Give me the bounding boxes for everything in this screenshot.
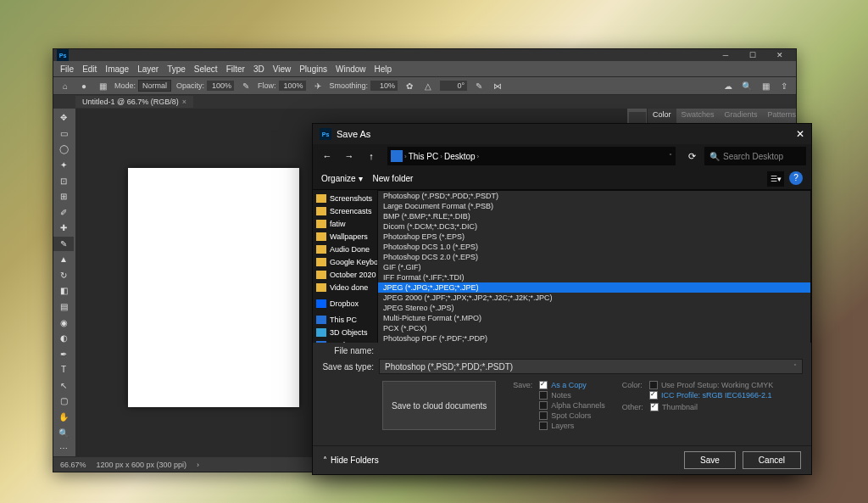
format-option[interactable]: Photoshop EPS (*.EPS)	[378, 232, 810, 242]
pen-tool[interactable]: ✒	[53, 346, 74, 361]
move-tool[interactable]: ✥	[53, 110, 74, 126]
edit-toolbar[interactable]: ⋯	[53, 441, 74, 456]
menu-plugins[interactable]: Plugins	[299, 64, 327, 74]
path-desktop[interactable]: Desktop	[444, 152, 476, 161]
menu-view[interactable]: View	[273, 64, 292, 74]
blur-tool[interactable]: ◉	[53, 315, 74, 330]
nav-back-button[interactable]: ←	[318, 147, 337, 165]
angle-icon[interactable]: △	[421, 79, 435, 92]
gradient-tool[interactable]: ▤	[53, 299, 74, 315]
path-dropdown-icon[interactable]: ˅	[669, 153, 672, 160]
sidebar-item[interactable]: Wallpapers	[313, 230, 377, 243]
brush-settings-icon[interactable]: ▦	[96, 79, 109, 92]
new-folder-button[interactable]: New folder	[373, 174, 414, 183]
path-this-pc[interactable]: This PC	[409, 152, 439, 161]
format-option[interactable]: Photoshop DCS 2.0 (*.EPS)	[378, 252, 810, 262]
statusbar-chevron-icon[interactable]: ›	[197, 461, 199, 469]
format-option[interactable]: Photoshop DCS 1.0 (*.EPS)	[378, 242, 810, 252]
view-mode-button[interactable]: ☰▾	[767, 171, 784, 187]
cloud-docs-icon[interactable]: ☁	[721, 79, 735, 92]
smoothing-options-icon[interactable]: ✿	[403, 79, 416, 92]
pressure-size-icon[interactable]: ✎	[472, 79, 486, 92]
sidebar-item[interactable]: Video done	[313, 281, 377, 293]
spot-checkbox[interactable]	[539, 411, 548, 420]
search-icon[interactable]: 🔍	[740, 79, 754, 92]
document-tab[interactable]: Untitled-1 @ 66.7% (RGB/8) ×	[75, 96, 193, 108]
proof-checkbox[interactable]	[649, 381, 658, 389]
menu-3d[interactable]: 3D	[253, 64, 264, 74]
tab-gradients[interactable]: Gradients	[720, 109, 763, 123]
flow-value[interactable]: 100%	[279, 81, 306, 91]
format-option[interactable]: Dicom (*.DCM;*.DC3;*.DIC)	[378, 221, 810, 232]
menu-window[interactable]: Window	[336, 64, 366, 74]
pressure-opacity-icon[interactable]: ✎	[239, 79, 253, 92]
icc-checkbox[interactable]	[649, 391, 658, 400]
sidebar-item[interactable]: Dropbox	[313, 297, 377, 310]
layers-checkbox[interactable]	[539, 422, 548, 430]
tab-patterns[interactable]: Patterns	[763, 109, 802, 123]
tab-close-icon[interactable]: ×	[182, 98, 186, 106]
format-option[interactable]: BMP (*.BMP;*.RLE;*.DIB)	[378, 211, 810, 221]
marquee-tool[interactable]: ▭	[53, 126, 74, 142]
sidebar-item[interactable]: Desktop	[313, 338, 377, 343]
cancel-button[interactable]: Cancel	[743, 451, 801, 469]
format-option[interactable]: PCX (*.PCX)	[378, 323, 810, 333]
save-button[interactable]: Save	[684, 451, 736, 469]
search-input[interactable]: 🔍 Search Desktop	[704, 147, 806, 165]
shape-tool[interactable]: ▢	[53, 394, 74, 409]
sidebar-item[interactable]: Google Keybo	[313, 255, 377, 268]
airbrush-icon[interactable]: ✈	[311, 79, 325, 92]
opacity-value[interactable]: 100%	[207, 81, 234, 91]
stamp-tool[interactable]: ▲	[53, 252, 74, 267]
format-option[interactable]: Photoshop (*.PSD;*.PDD;*.PSDT)	[378, 191, 810, 201]
save-as-type-dropdown[interactable]: Photoshop (*.PSD;*.PDD;*.PSDT) ˅	[379, 359, 803, 374]
menu-help[interactable]: Help	[375, 64, 392, 74]
eraser-tool[interactable]: ◧	[53, 283, 74, 299]
share-icon[interactable]: ⇪	[777, 79, 791, 92]
mode-dropdown[interactable]: Normal	[138, 80, 171, 92]
canvas[interactable]	[128, 168, 299, 407]
menu-type[interactable]: Type	[167, 64, 186, 74]
alpha-checkbox[interactable]	[539, 401, 548, 410]
dodge-tool[interactable]: ◐	[53, 331, 74, 346]
menu-layer[interactable]: Layer	[137, 64, 159, 74]
menu-edit[interactable]: Edit	[82, 64, 97, 74]
help-button[interactable]: ?	[789, 171, 803, 185]
workspace-icon[interactable]: ▦	[759, 79, 772, 92]
sidebar-item[interactable]: Screenshots	[313, 192, 377, 204]
brush-tool[interactable]: ✎	[53, 237, 74, 252]
angle-value[interactable]: 0°	[440, 81, 467, 91]
format-option[interactable]: JPEG 2000 (*.JPF;*.JPX;*.JP2;*.J2C;*.J2K…	[378, 293, 810, 303]
format-option[interactable]: Photoshop PDF (*.PDF;*.PDP)	[378, 333, 810, 343]
history-brush-tool[interactable]: ↻	[53, 268, 74, 283]
sidebar-item[interactable]: fatiw	[313, 217, 377, 230]
maximize-button[interactable]: ☐	[740, 50, 765, 60]
nav-up-button[interactable]: ↑	[362, 147, 381, 165]
crop-tool[interactable]: ⊡	[53, 173, 74, 188]
eyedropper-tool[interactable]: ✐	[53, 204, 74, 220]
menu-select[interactable]: Select	[194, 64, 218, 74]
heal-tool[interactable]: ✚	[53, 221, 74, 236]
path-tool[interactable]: ↖	[53, 378, 74, 394]
dialog-close-button[interactable]: ✕	[796, 128, 804, 140]
brush-preset-icon[interactable]: ●	[77, 79, 91, 92]
format-option[interactable]: Multi-Picture Format (*.MPO)	[378, 313, 810, 323]
save-cloud-button[interactable]: Save to cloud documents	[382, 381, 496, 430]
nav-forward-button[interactable]: →	[340, 147, 359, 165]
nav-breadcrumb[interactable]: › This PC › Desktop › ˅	[387, 147, 676, 165]
tab-color[interactable]: Color	[648, 109, 676, 123]
format-option[interactable]: Large Document Format (*.PSB)	[378, 201, 810, 211]
sidebar-item[interactable]: Audio Done	[313, 243, 377, 255]
format-option[interactable]: IFF Format (*.IFF;*.TDI)	[378, 272, 810, 282]
sidebar-item[interactable]: Screencasts	[313, 204, 377, 217]
frame-tool[interactable]: ⊞	[53, 189, 74, 204]
sidebar-item[interactable]: This PC	[313, 313, 377, 326]
minimize-button[interactable]: ─	[713, 50, 738, 60]
sidebar-item[interactable]: October 2020	[313, 268, 377, 281]
refresh-button[interactable]: ⟳	[682, 147, 701, 165]
zoom-tool[interactable]: 🔍	[53, 425, 74, 440]
smoothing-value[interactable]: 10%	[370, 81, 398, 91]
zoom-level[interactable]: 66.67%	[60, 461, 86, 469]
format-option[interactable]: JPEG Stereo (*.JPS)	[378, 303, 810, 313]
sidebar-item[interactable]: 3D Objects	[313, 326, 377, 338]
